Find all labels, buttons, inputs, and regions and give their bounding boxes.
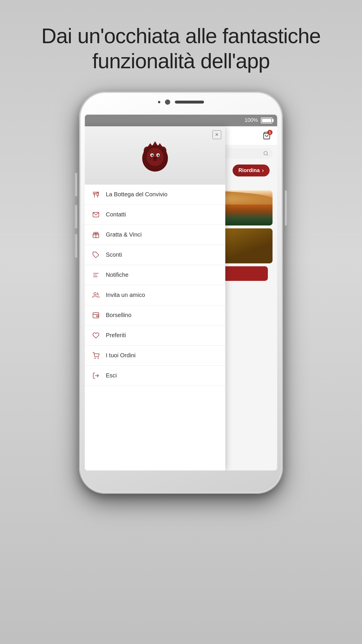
earpiece [175, 101, 204, 104]
svg-point-13 [152, 154, 154, 156]
menu-label-notifications: Notifiche [106, 272, 129, 278]
menu-label-logout: Esci [106, 372, 117, 379]
menu-label-favorites: Preferiti [106, 332, 126, 339]
svg-point-22 [159, 159, 160, 160]
side-drawer: × [85, 126, 225, 470]
svg-point-38 [95, 358, 95, 358]
drawer-menu: La Bottega del Convivio Contatti [85, 185, 225, 470]
svg-point-39 [98, 358, 99, 358]
menu-label-restaurant: La Bottega del Convivio [106, 191, 167, 198]
svg-point-20 [150, 159, 151, 160]
users-icon [92, 291, 100, 299]
svg-point-14 [157, 154, 159, 156]
search-icon [263, 151, 268, 156]
menu-label-discounts: Sconti [106, 251, 122, 258]
svg-point-10 [147, 148, 164, 166]
close-button[interactable]: × [212, 130, 221, 139]
facetime-camera [165, 99, 170, 105]
riordina-button[interactable]: Riordina › [233, 164, 270, 176]
menu-item-favorites[interactable]: Preferiti [85, 326, 225, 346]
phone-top-sensors [158, 99, 204, 105]
svg-rect-36 [93, 313, 99, 318]
menu-item-orders[interactable]: I tuoi Ordini [85, 346, 225, 366]
cart-badge: 1 [267, 130, 273, 135]
svg-rect-37 [96, 316, 98, 317]
menu-item-logout[interactable]: Esci [85, 366, 225, 386]
svg-point-1 [264, 151, 267, 155]
front-camera [158, 101, 160, 103]
svg-point-17 [153, 157, 157, 160]
envelope-icon [92, 211, 100, 219]
app-logo [136, 136, 174, 174]
drawer-header: × [85, 126, 225, 185]
exit-icon [92, 372, 100, 380]
wallet-icon [92, 311, 100, 319]
utensils-icon [92, 190, 100, 199]
menu-label-invite: Invita un amico [106, 292, 145, 298]
orders-icon [92, 351, 100, 360]
menu-label-contacts: Contatti [106, 211, 126, 218]
gift-icon [92, 231, 100, 239]
battery-icon [261, 118, 273, 123]
svg-point-15 [152, 155, 153, 155]
menu-label-scratch: Gratta & Vinci [106, 231, 142, 238]
phone-mockup: 100% 1 [79, 91, 283, 494]
svg-point-34 [94, 293, 96, 295]
menu-item-contacts[interactable]: Contatti [85, 205, 225, 225]
menu-item-restaurant[interactable]: La Bottega del Convivio [85, 185, 225, 205]
menu-item-discounts[interactable]: Sconti [85, 245, 225, 265]
battery-percentage: 100% [245, 117, 258, 123]
heart-icon [92, 331, 100, 340]
menu-item-invite[interactable]: Invita un amico [85, 285, 225, 305]
page-title: Dai un'occhiata alle fantastiche funzion… [0, 23, 362, 74]
tag-icon [92, 251, 100, 259]
status-bar: 100% [85, 115, 277, 126]
menu-item-notifications[interactable]: Notifiche [85, 265, 225, 285]
svg-point-21 [159, 158, 160, 159]
cart-button[interactable]: 1 [261, 130, 273, 141]
svg-point-16 [159, 155, 159, 155]
menu-label-orders: I tuoi Ordini [106, 352, 136, 359]
notifications-icon [92, 271, 100, 279]
svg-line-2 [267, 154, 268, 155]
phone-shell: 100% 1 [79, 91, 283, 494]
svg-point-19 [150, 158, 151, 159]
menu-item-scratch[interactable]: Gratta & Vinci [85, 225, 225, 245]
battery-fill [262, 119, 271, 122]
phone-screen: 100% 1 [85, 115, 277, 470]
menu-item-wallet[interactable]: Borsellino [85, 305, 225, 326]
menu-label-wallet: Borsellino [106, 312, 131, 318]
